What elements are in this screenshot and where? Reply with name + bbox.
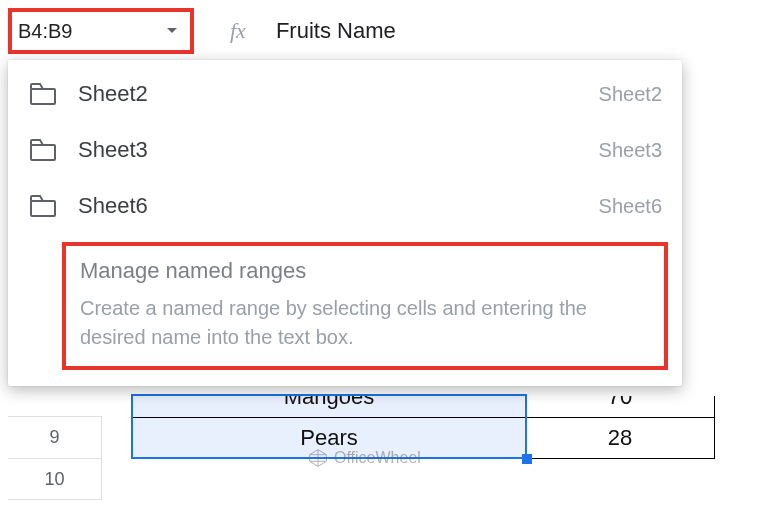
menu-item-label: Sheet6 (78, 193, 148, 219)
name-box-dropdown: Sheet2 Sheet2 Sheet3 Sheet3 Sheet6 Sheet… (8, 60, 682, 386)
svg-rect-0 (31, 89, 55, 104)
name-box-input[interactable] (18, 20, 138, 43)
sheet-icon (30, 195, 56, 217)
cell-b9[interactable]: Pears (132, 417, 526, 459)
menu-item-sheetref: Sheet2 (599, 83, 662, 106)
manage-named-ranges-title: Manage named ranges (80, 258, 650, 284)
menu-item-sheet2[interactable]: Sheet2 Sheet2 (8, 66, 682, 122)
menu-item-label: Sheet3 (78, 137, 148, 163)
menu-item-sheet3[interactable]: Sheet3 Sheet3 (8, 122, 682, 178)
manage-named-ranges[interactable]: Manage named ranges Create a named range… (62, 242, 668, 370)
name-box[interactable] (8, 8, 194, 54)
menu-item-sheet6[interactable]: Sheet6 Sheet6 (8, 178, 682, 234)
sheet-icon (30, 83, 56, 105)
row-header[interactable]: 9 (8, 416, 102, 458)
chevron-down-icon[interactable] (164, 23, 180, 39)
svg-rect-2 (31, 201, 55, 216)
manage-named-ranges-desc: Create a named range by selecting cells … (80, 294, 650, 352)
menu-item-label: Sheet2 (78, 81, 148, 107)
row-header[interactable]: 10 (8, 458, 102, 500)
formula-input[interactable] (276, 18, 728, 44)
cell-b8[interactable]: Mangoes (132, 396, 526, 418)
sheet-icon (30, 139, 56, 161)
formula-bar-row: fx (8, 8, 728, 54)
svg-rect-1 (31, 145, 55, 160)
row-headers: 9 10 (8, 416, 102, 500)
cell-c8[interactable]: 70 (525, 396, 715, 418)
menu-item-sheetref: Sheet6 (599, 195, 662, 218)
fx-icon: fx (230, 18, 246, 44)
cell-c9[interactable]: 28 (525, 417, 715, 459)
selection-handle[interactable] (522, 454, 532, 464)
menu-item-sheetref: Sheet3 (599, 139, 662, 162)
